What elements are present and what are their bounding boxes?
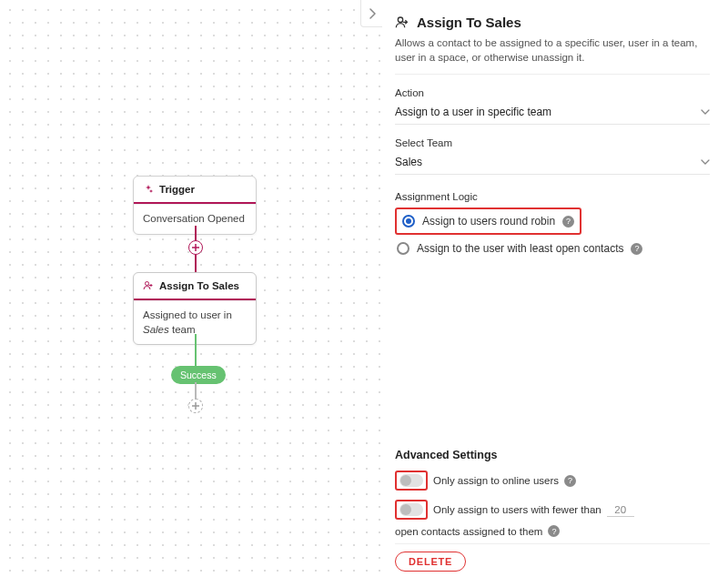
fewer-than-input[interactable] [607,503,634,517]
help-icon[interactable]: ? [548,525,560,537]
action-label: Action [395,87,710,98]
config-panel: Assign To Sales Allows a contact to be a… [382,0,728,577]
add-node-button-end[interactable] [188,399,203,413]
chevron-down-icon [701,106,710,118]
logic-label: Assignment Logic [395,191,710,202]
success-badge: Success [171,366,226,384]
delete-button[interactable]: DELETE [395,552,466,572]
sparkle-icon [143,184,154,195]
team-label: Select Team [395,137,710,148]
team-value: Sales [395,156,422,168]
panel-footer: DELETE [395,543,710,572]
help-icon[interactable]: ? [564,475,576,487]
panel-collapse-handle[interactable] [360,0,382,27]
chevron-down-icon [701,156,710,168]
connector [195,334,197,366]
panel-title: Assign To Sales [417,15,521,30]
toggle-fewer-than[interactable] [399,503,423,516]
toggle-fewer-than-suffix: open contacts assigned to them [395,526,542,537]
toggle-fewer-than-prefix: Only assign to users with fewer than [433,504,602,515]
highlight-box [395,500,428,520]
action-value: Assign to a user in specific team [395,106,551,118]
logic-option-round-robin[interactable]: Assign to users round robin ? [400,211,576,231]
advanced-heading: Advanced Settings [395,449,710,461]
toggle-online-only[interactable] [399,474,423,487]
user-assign-icon [395,15,410,30]
toggle-online-only-label: Only assign to online users [433,475,559,486]
user-assign-icon [143,280,154,291]
node-trigger-title: Trigger [159,184,195,195]
add-node-button[interactable] [188,240,203,255]
action-select[interactable]: Assign to a user in specific team [395,102,710,125]
highlight-box [395,471,428,491]
radio-icon [397,242,410,255]
help-icon[interactable]: ? [562,216,574,228]
toggle-online-only-row: Only assign to online users ? [395,471,710,491]
node-assign-title: Assign To Sales [159,280,239,291]
radio-icon [402,215,415,228]
logic-radio-group: Assign to users round robin ? Assign to … [395,208,710,258]
workflow-canvas[interactable]: Trigger Conversation Opened Assign To Sa… [0,0,382,577]
team-select[interactable]: Sales [395,152,710,175]
connector [195,382,197,399]
logic-option-least-open[interactable]: Assign to the user with least open conta… [395,238,710,258]
chevron-right-icon [369,8,376,19]
panel-description: Allows a contact to be assigned to a spe… [395,35,710,75]
toggle-fewer-than-row: Only assign to users with fewer than ope… [395,500,710,537]
highlight-box: Assign to users round robin ? [395,208,581,235]
help-icon[interactable]: ? [631,243,642,255]
advanced-settings: Advanced Settings Only assign to online … [395,430,710,537]
